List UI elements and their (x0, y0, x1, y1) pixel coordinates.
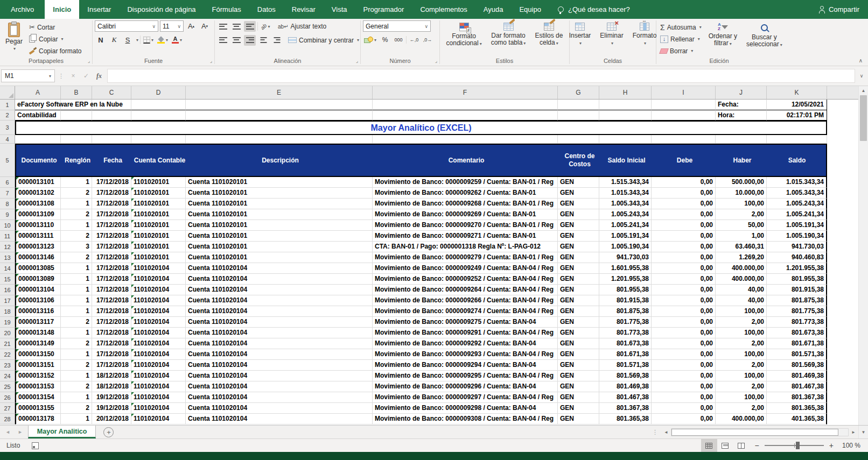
vertical-scrollbar[interactable]: ▲ (858, 86, 868, 425)
zoom-slider[interactable] (765, 445, 824, 446)
cell[interactable]: 1101020101 (131, 242, 186, 252)
cell[interactable]: GEN (558, 209, 599, 220)
cell[interactable]: 17/12/2018 (92, 199, 131, 209)
cell[interactable]: 02:17:01 PM (767, 110, 827, 121)
cell[interactable] (652, 135, 716, 144)
number-dialog-launcher[interactable]: ⌟ (435, 57, 437, 65)
cell[interactable]: GEN (558, 414, 599, 424)
cell[interactable]: Cuenta 1101020104 (186, 371, 373, 381)
cell[interactable]: Movimiento de Banco: 0000009271 / Cuenta… (373, 231, 558, 242)
cell[interactable]: 17/12/2018 (92, 349, 131, 360)
cell[interactable]: 1 (61, 392, 92, 403)
row-header-16[interactable]: 16 (0, 285, 15, 295)
cell[interactable]: Movimiento de Banco: 0000009297 / Cuenta… (373, 392, 558, 403)
cell[interactable]: 801.467,38 (767, 381, 827, 392)
cell-styles-button[interactable]: Estilos decelda▾ (531, 20, 566, 47)
cell[interactable]: GEN (558, 263, 599, 274)
cell[interactable]: 1101020101 (131, 199, 186, 209)
cell[interactable]: 17/12/2018 (92, 177, 131, 188)
cell[interactable]: 0,00 (652, 188, 716, 199)
zoom-in-button[interactable]: + (824, 441, 839, 450)
cell[interactable]: GEN (558, 220, 599, 231)
cell[interactable]: 2 (61, 188, 92, 199)
format-cells-button[interactable]: Formato▾ (629, 20, 661, 47)
cell[interactable]: 1101020104 (131, 414, 186, 424)
row-header-7[interactable]: 7 (0, 188, 15, 199)
cell[interactable]: 801.775,38 (599, 317, 652, 328)
cell[interactable]: Cuenta 1101020101 (186, 209, 373, 220)
cell[interactable]: 100,00 (716, 199, 767, 209)
cell[interactable] (92, 135, 131, 144)
cell[interactable]: 1 (61, 414, 92, 424)
cell[interactable]: Cuenta 1101020101 (186, 177, 373, 188)
cell[interactable]: 0000013155 (15, 403, 61, 414)
cell[interactable]: GEN (558, 381, 599, 392)
cell[interactable]: 17/12/2018 (92, 285, 131, 295)
cell[interactable]: Cuenta 1101020104 (186, 274, 373, 285)
sort-filter-button[interactable]: AZ Ordenar yfiltrar▾ (705, 20, 741, 47)
cell[interactable]: 0000013150 (15, 349, 61, 360)
cell[interactable]: 801.775,38 (767, 306, 827, 317)
row-header-27[interactable]: 27 (0, 403, 15, 414)
share-button[interactable]: Compartir (819, 0, 868, 19)
cell[interactable]: GEN (558, 252, 599, 263)
cell[interactable]: 1.601.955,38 (599, 263, 652, 274)
ribbon-tab-programador[interactable]: Programador (355, 0, 412, 19)
cell[interactable]: 18/12/2018 (92, 381, 131, 392)
row-header-14[interactable]: 14 (0, 263, 15, 274)
column-header-D[interactable]: D (131, 86, 186, 100)
cell[interactable]: Cuenta 1101020101 (186, 220, 373, 231)
font-size-select[interactable]: 11∨ (160, 20, 184, 32)
increase-indent-button[interactable] (271, 35, 283, 46)
cell[interactable]: 1,00 (716, 231, 767, 242)
align-right-button[interactable] (244, 35, 256, 46)
cell[interactable]: 0000013149 (15, 338, 61, 349)
row-header-2[interactable]: 2 (0, 110, 15, 121)
cell[interactable]: 0000013089 (15, 274, 61, 285)
cell[interactable] (15, 135, 61, 144)
cell[interactable]: 1.005.191,34 (767, 220, 827, 231)
cell[interactable]: Movimiento de Banco: 0000009259 / Cuenta… (373, 177, 558, 188)
cell[interactable]: 0,00 (652, 328, 716, 338)
borders-button[interactable]: ▾ (142, 34, 155, 45)
conditional-formatting-button[interactable]: Formatocondicional▾ (443, 20, 486, 47)
cell[interactable]: 1 (61, 306, 92, 317)
cell[interactable]: Contabilidad (15, 110, 61, 121)
cell[interactable]: 0000013178 (15, 414, 61, 424)
font-dialog-launcher[interactable]: ⌟ (210, 57, 212, 65)
cell[interactable]: 0,00 (652, 392, 716, 403)
cell[interactable]: 1.515.343,34 (599, 177, 652, 188)
cell[interactable]: 17/12/2018 (92, 252, 131, 263)
cell[interactable]: GEN (558, 392, 599, 403)
cell[interactable]: 0000013153 (15, 381, 61, 392)
cell[interactable]: Cuenta 1101020104 (186, 392, 373, 403)
cell[interactable]: 1 (61, 371, 92, 381)
row-header-5[interactable]: 5 (0, 144, 15, 177)
cell[interactable]: 2 (61, 231, 92, 242)
cell[interactable]: 2,00 (716, 360, 767, 371)
cell[interactable] (92, 110, 131, 121)
cell[interactable]: Cuenta 1101020104 (186, 381, 373, 392)
cell[interactable]: 17/12/2018 (92, 242, 131, 252)
cell[interactable]: 0000013101 (15, 177, 61, 188)
row-header-8[interactable]: 8 (0, 199, 15, 209)
cell[interactable]: 801.467,38 (599, 392, 652, 403)
cell[interactable]: Cuenta 1101020104 (186, 403, 373, 414)
decrease-indent-button[interactable] (257, 35, 269, 46)
column-header-E[interactable]: E (186, 86, 373, 100)
cell[interactable]: GEN (558, 242, 599, 252)
row-header-20[interactable]: 20 (0, 328, 15, 338)
cell[interactable]: 1.005.190,34 (599, 242, 652, 252)
macro-record-icon[interactable] (32, 442, 39, 449)
row-header-13[interactable]: 13 (0, 252, 15, 263)
cell[interactable]: 3 (61, 242, 92, 252)
cell[interactable]: 0000013151 (15, 360, 61, 371)
cell[interactable]: 63.460,31 (716, 242, 767, 252)
cell[interactable]: 801.955,38 (767, 274, 827, 285)
cell[interactable]: 100,00 (716, 392, 767, 403)
ribbon-tab-complementos[interactable]: Complementos (412, 0, 475, 19)
cell[interactable]: 1101020101 (131, 188, 186, 199)
row-header-26[interactable]: 26 (0, 392, 15, 403)
insert-function-button[interactable]: fx (93, 69, 105, 82)
cell[interactable]: 940.460,83 (767, 252, 827, 263)
